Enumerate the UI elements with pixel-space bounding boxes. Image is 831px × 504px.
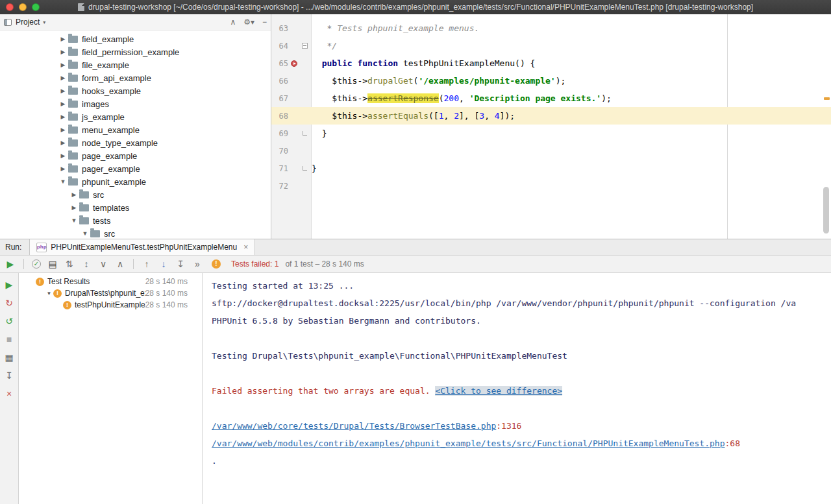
project-tree-item-hooks_example[interactable]: ▶hooks_example — [0, 84, 271, 97]
toggle-show-passed-button[interactable]: ✓ — [32, 259, 41, 269]
project-tree-item-page_example[interactable]: ▶page_example — [0, 149, 271, 162]
collapse-all-button[interactable]: ∧ — [115, 259, 125, 269]
toggle-test-output-button[interactable]: ▤ — [47, 259, 58, 269]
project-tree[interactable]: ▶field_example▶field_permission_example▶… — [0, 30, 271, 239]
fold-marker-icon[interactable] — [303, 166, 307, 171]
line-number[interactable]: 72 — [271, 182, 288, 191]
hide-panel-button[interactable]: − — [262, 18, 267, 27]
previous-failed-test-button[interactable]: ↑ — [142, 259, 152, 269]
test-tree-item[interactable]: !testPhpUnitExampleM28 s 140 ms — [19, 299, 202, 311]
project-tree-item-menu_example[interactable]: ▶menu_example — [0, 123, 271, 136]
toolbar-overflow-chevron[interactable]: » — [192, 259, 203, 269]
next-failed-test-button[interactable]: ↓ — [158, 259, 169, 269]
editor-scrollbar[interactable] — [823, 187, 829, 234]
tree-expand-icon[interactable]: ▶ — [58, 101, 68, 107]
code-line-text[interactable]: $this->assertResponse(200, 'Description … — [312, 90, 612, 107]
test-results-tree[interactable]: !Test Results28 s 140 ms▼!Drupal\Tests\p… — [19, 273, 203, 504]
expand-all-button[interactable]: ∨ — [98, 259, 108, 269]
tree-expand-icon[interactable]: ▶ — [58, 126, 68, 133]
code-line-text[interactable]: * Tests phpunit_example menus. — [312, 19, 479, 37]
tree-expand-icon[interactable]: ▶ — [58, 75, 68, 81]
tree-expand-icon[interactable]: ▶ — [69, 204, 79, 211]
run-panel-splitter[interactable] — [0, 238, 831, 239]
code-line-text[interactable]: } — [312, 125, 327, 142]
code-line-text[interactable]: $this->assertEquals([1, 2], [3, 4]); — [312, 107, 515, 125]
test-tree-item[interactable]: !Test Results28 s 140 ms — [19, 276, 202, 287]
settings-gear-button[interactable]: ⚙▾ — [243, 18, 254, 27]
test-tree-item[interactable]: ▼!Drupal\Tests\phpunit_ex28 s 140 ms — [19, 287, 202, 299]
code-line-text[interactable]: $this->drupalGet('/examples/phpunit-exam… — [312, 72, 565, 90]
project-tree-item-src[interactable]: ▶src — [0, 188, 271, 201]
project-tree-item-field_permission_example[interactable]: ▶field_permission_example — [0, 45, 271, 58]
tree-expand-icon[interactable]: ▶ — [58, 49, 68, 55]
tree-collapse-icon[interactable]: ▼ — [45, 291, 53, 296]
tree-expand-icon[interactable]: ▶ — [58, 165, 68, 172]
project-tree-item-pager_example[interactable]: ▶pager_example — [0, 162, 271, 175]
console-link[interactable]: /var/www/web/modules/contrib/examples/ph… — [212, 438, 725, 448]
line-number[interactable]: 64 — [271, 42, 288, 51]
window-titlebar[interactable]: drupal-testing-workshop [~/Code/os/drupa… — [0, 0, 831, 14]
line-number[interactable]: 66 — [271, 77, 288, 86]
stop-button[interactable]: ■ — [4, 334, 14, 344]
line-number[interactable]: 67 — [271, 94, 288, 103]
code-line-text[interactable]: public function testPhpUnitExampleMenu()… — [312, 54, 535, 72]
rerun-tests-button[interactable]: ▶ — [5, 259, 16, 269]
minimize-window-button[interactable] — [19, 3, 27, 11]
tree-collapse-icon[interactable]: ▼ — [58, 178, 68, 185]
project-tree-item-src[interactable]: ▼src — [0, 227, 271, 239]
failed-test-gutter-icon[interactable] — [291, 60, 297, 67]
tree-expand-icon[interactable]: ▶ — [58, 88, 68, 94]
line-number[interactable]: 71 — [271, 164, 288, 173]
project-editor-splitter[interactable] — [271, 14, 272, 239]
tree-expand-icon[interactable]: ▶ — [69, 191, 79, 198]
code-line-text[interactable]: } — [312, 160, 317, 177]
fold-marker-icon[interactable] — [303, 131, 307, 136]
code-line-text[interactable]: */ — [312, 37, 337, 54]
project-tree-item-tests[interactable]: ▼tests — [0, 214, 271, 227]
tab-close-icon[interactable]: × — [243, 243, 248, 252]
tree-expand-icon[interactable]: ▶ — [58, 114, 68, 120]
toggle-auto-test-button[interactable]: ↺ — [4, 316, 14, 326]
line-number[interactable]: 63 — [271, 24, 288, 33]
console-link[interactable]: <Click to see difference> — [435, 386, 562, 396]
close-button[interactable]: × — [4, 389, 14, 399]
line-number[interactable]: 68 — [271, 112, 288, 121]
project-view-dropdown-icon[interactable]: ▾ — [43, 19, 45, 25]
project-tree-item-js_example[interactable]: ▶js_example — [0, 110, 271, 123]
close-window-button[interactable] — [6, 3, 14, 11]
fold-column — [300, 131, 309, 136]
line-number[interactable]: 70 — [271, 147, 288, 156]
tree-expand-icon[interactable]: ▶ — [58, 139, 68, 146]
sort-alphabetically-button[interactable]: ↕ — [81, 259, 92, 269]
project-tree-item-images[interactable]: ▶images — [0, 97, 271, 110]
project-panel-header[interactable]: Project ▾ ∧⚙▾− — [0, 14, 271, 30]
rerun-button[interactable]: ▶ — [4, 280, 14, 290]
project-tree-item-file_example[interactable]: ▶file_example — [0, 58, 271, 71]
error-stripe-mark[interactable] — [824, 97, 830, 100]
tree-expand-icon[interactable]: ▶ — [58, 62, 68, 68]
run-tab[interactable]: php PHPUnitExampleMenuTest.testPhpUnitEx… — [29, 239, 255, 255]
code-editor[interactable]: 63 * Tests phpunit_example menus.64 */65… — [271, 14, 831, 239]
fold-marker-icon[interactable] — [302, 43, 308, 49]
test-duration: 28 s 140 ms — [145, 300, 202, 309]
restore-layout-button[interactable]: ▦ — [4, 352, 14, 363]
tree-collapse-icon[interactable]: ▼ — [81, 230, 90, 237]
tree-expand-icon[interactable]: ▶ — [58, 152, 68, 159]
project-tree-item-phpunit_example[interactable]: ▼phpunit_example — [0, 175, 271, 188]
sort-by-duration-button[interactable]: ⇅ — [64, 259, 75, 269]
project-tree-item-field_example[interactable]: ▶field_example — [0, 32, 271, 45]
test-history-button[interactable]: ↧ — [4, 370, 14, 381]
console-link[interactable]: /var/www/web/core/tests/Drupal/Tests/Bro… — [212, 421, 496, 431]
project-tree-item-node_type_example[interactable]: ▶node_type_example — [0, 136, 271, 149]
project-tree-item-templates[interactable]: ▶templates — [0, 201, 271, 214]
rerun-failed-tests-button[interactable]: ↻ — [4, 298, 14, 308]
tree-expand-icon[interactable]: ▶ — [58, 36, 68, 42]
zoom-window-button[interactable] — [32, 3, 40, 11]
line-number[interactable]: 69 — [271, 129, 288, 138]
line-number[interactable]: 65 — [271, 59, 288, 68]
collapse-all-button[interactable]: ∧ — [230, 18, 236, 27]
import-test-results-button[interactable]: ↧ — [175, 259, 186, 269]
tree-collapse-icon[interactable]: ▼ — [69, 217, 79, 224]
project-tree-item-form_api_example[interactable]: ▶form_api_example — [0, 71, 271, 84]
console-output[interactable]: Testing started at 13:25 ...sftp://docke… — [203, 273, 831, 504]
